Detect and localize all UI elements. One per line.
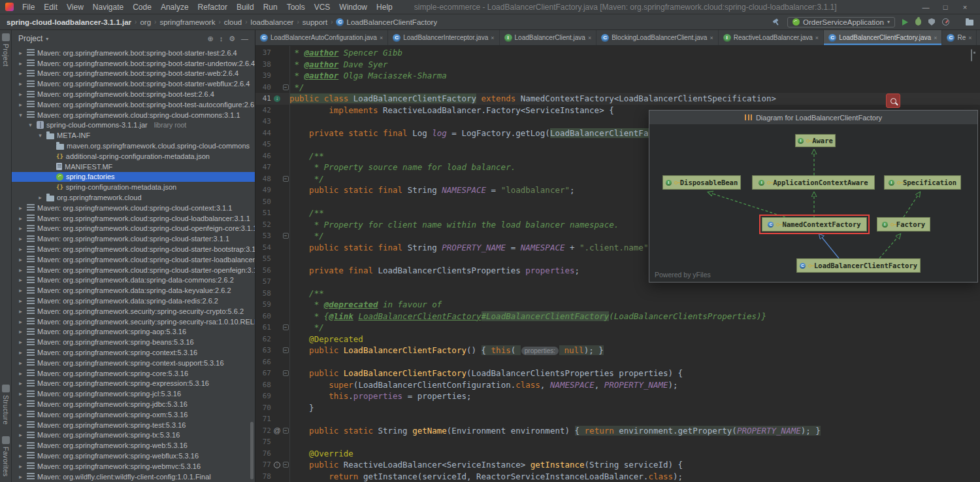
close-icon[interactable]: × <box>968 35 972 41</box>
implementations-gutter-icon[interactable]: ↓ <box>272 93 282 105</box>
fold-marker-icon[interactable]: − <box>282 82 289 94</box>
tab-loadbalancerautoconfiguration-java[interactable]: CLoadBalancerAutoConfiguration.java× <box>255 30 388 45</box>
code-line-68[interactable]: 68 super(LoadBalancerClientConfiguration… <box>255 379 980 391</box>
menu-view[interactable]: View <box>62 3 88 12</box>
stripe-button-structure[interactable]: Structure <box>2 385 10 424</box>
menu-build[interactable]: Build <box>232 3 259 12</box>
line-number[interactable]: 75 <box>255 436 272 448</box>
tab-loadbalancerclient-java[interactable]: ILoadBalancerClient.java× <box>500 30 597 45</box>
close-icon[interactable]: × <box>588 35 591 41</box>
tree-item-manifest-mf[interactable]: MANIFEST.MF <box>12 162 255 172</box>
fold-marker-icon[interactable]: − <box>282 459 289 471</box>
line-number[interactable]: 70 <box>255 402 272 414</box>
locate-icon[interactable]: ⊕ <box>207 35 213 43</box>
line-number[interactable]: 50 <box>255 196 272 208</box>
line-number[interactable]: 43 <box>255 116 272 128</box>
line-number[interactable]: 45 <box>255 139 272 150</box>
stripe-button-project[interactable]: Project <box>2 33 10 67</box>
folder-icon[interactable] <box>966 20 973 26</box>
line-number[interactable]: 54 <box>255 242 272 254</box>
line-number[interactable]: 69 <box>255 390 272 402</box>
tree-item-maven-org-springframework-spring-jdbc-5-[interactable]: ▸Maven: org.springframework:spring-jdbc:… <box>12 399 255 409</box>
line-number[interactable]: 46 <box>255 150 272 162</box>
tab-loadbalancerinterceptor-java[interactable]: CLoadBalancerInterceptor.java× <box>388 30 499 45</box>
code-line-76[interactable]: 76 @Override <box>255 448 980 460</box>
line-number[interactable]: 37 <box>255 47 272 59</box>
search-icon[interactable] <box>886 94 900 108</box>
diagram-node-loadbalancerclientfactory[interactable]: CLoadBalancerClientFactory <box>796 258 921 273</box>
code-line-63[interactable]: 63− public LoadBalancerClientFactory() {… <box>255 345 980 356</box>
tree-item-maven-org-springframework-spring-test-5-[interactable]: ▸Maven: org.springframework:spring-test:… <box>12 420 255 430</box>
fold-marker-icon[interactable]: − <box>282 230 289 242</box>
code-line-69[interactable]: 69 this.properties = properties; <box>255 390 980 402</box>
tree-item-maven-org-springframework-spring-web-5-3[interactable]: ▸Maven: org.springframework:spring-web:5… <box>12 440 255 451</box>
tree-item-maven-org-springframework-spring-beans-5[interactable]: ▸Maven: org.springframework:spring-beans… <box>12 337 255 347</box>
code-line-37[interactable]: 37 * @author Spencer Gibb <box>255 47 980 59</box>
tree-item-maven-org-springframework-security-sprin[interactable]: ▸Maven: org.springframework.security:spr… <box>12 306 255 317</box>
code-line-75[interactable]: 75 <box>255 436 980 448</box>
line-number[interactable]: 53 <box>255 230 272 242</box>
diagram-canvas[interactable]: Powered by yFiles IAwareIDisposableBeanI… <box>649 125 977 282</box>
code-line-70[interactable]: 70 } <box>255 402 980 414</box>
settings-icon[interactable]: ⚙ <box>229 35 235 43</box>
chevron-down-icon[interactable]: ▾ <box>46 36 48 42</box>
breadcrumb-spring-cloud-loadbalancer-3-1-1-jar[interactable]: spring-cloud-loadbalancer-3.1.1.jar <box>7 18 131 26</box>
close-icon[interactable]: × <box>934 35 937 41</box>
tree-item-maven-org-springframework-boot-spring-bo[interactable]: ▸Maven: org.springframework.boot:spring-… <box>12 99 255 110</box>
code-line-72[interactable]: 72@− public static String getName(Enviro… <box>255 425 980 437</box>
menu-window[interactable]: Window <box>335 3 372 12</box>
fold-marker-icon[interactable]: − <box>282 322 289 334</box>
close-icon[interactable]: × <box>380 35 383 41</box>
line-number[interactable]: 63 <box>255 345 272 356</box>
code-line-78[interactable]: 78 return getInstance(serviceId, Reactor… <box>255 471 980 482</box>
build-hammer-icon[interactable] <box>772 18 780 26</box>
menu-file[interactable]: File <box>18 3 39 12</box>
line-number[interactable]: 60 <box>255 311 272 322</box>
tree-item-maven-org-springframework-boot-spring-bo[interactable]: ▸Maven: org.springframework.boot:spring-… <box>12 58 255 69</box>
tree-item-maven-org-springframework-spring-jcl-5-3[interactable]: ▸Maven: org.springframework:spring-jcl:5… <box>12 388 255 399</box>
tree-item-meta-inf[interactable]: ▾META-INF <box>12 130 255 141</box>
code-line-39[interactable]: 39 * @author Olga Maciaszek-Sharma <box>255 70 980 82</box>
tree-item-maven-org-springframework-cloud-spring-c[interactable]: ▸Maven: org.springframework.cloud:spring… <box>12 213 255 224</box>
line-number[interactable]: 62 <box>255 334 272 345</box>
line-number[interactable]: 38 <box>255 59 272 71</box>
diagram-node-namedcontextfactory[interactable]: CNamedContextFactory <box>762 217 867 232</box>
line-number[interactable]: 67 <box>255 368 272 379</box>
line-number[interactable]: 41 <box>255 93 272 105</box>
line-number[interactable]: 68 <box>255 379 272 391</box>
tree-item-maven-org-springframework-cloud-spring-c[interactable]: ▸Maven: org.springframework.cloud:spring… <box>12 203 255 213</box>
tree-item-maven-org-springframework-spring-oxm-5-3[interactable]: ▸Maven: org.springframework:spring-oxm:5… <box>12 409 255 420</box>
run-configuration-selector[interactable]: OrderServiceApplication▾ <box>787 17 895 27</box>
run-icon[interactable] <box>902 19 908 26</box>
tree-item-maven-org-springframework-spring-express[interactable]: ▸Maven: org.springframework:spring-expre… <box>12 379 255 389</box>
diagram-node-disposablebean[interactable]: IDisposableBean <box>662 175 741 190</box>
annotation-gutter-icon[interactable]: @ <box>272 425 282 437</box>
tab-re[interactable]: CRe× <box>942 30 977 45</box>
code-line-77[interactable]: 77↑− public ReactiveLoadBalancer<Service… <box>255 459 980 471</box>
hide-panel-icon[interactable]: — <box>241 35 248 43</box>
breadcrumb-support[interactable]: support <box>302 18 327 26</box>
collapse-all-icon[interactable]: ↕ <box>220 35 223 43</box>
line-number[interactable]: 48 <box>255 173 272 185</box>
tree-item-maven-org-springframework-data-spring-da[interactable]: ▸Maven: org.springframework.data:spring-… <box>12 275 255 286</box>
code-line-38[interactable]: 38 * @author Dave Syer <box>255 59 980 71</box>
code-line-67[interactable]: 67− public LoadBalancerClientFactory(Loa… <box>255 368 980 379</box>
override-gutter-icon[interactable]: ↑ <box>272 459 282 471</box>
breadcrumb-springframework[interactable]: springframework <box>159 18 215 26</box>
tree-item-org-springframework-cloud[interactable]: ▸org.springframework.cloud <box>12 192 255 203</box>
code-line-62[interactable]: 62 @Deprecated <box>255 334 980 345</box>
fold-marker-icon[interactable]: − <box>282 345 289 356</box>
tree-item-maven-org-springframework-boot-spring-bo[interactable]: ▸Maven: org.springframework.boot:spring-… <box>12 69 255 79</box>
breadcrumb-loadbalancer[interactable]: loadbalancer <box>251 18 294 26</box>
tree-item-maven-org-springframework-security-sprin[interactable]: ▸Maven: org.springframework.security:spr… <box>12 317 255 327</box>
tree-item-maven-org-springframework-data-spring-da[interactable]: ▸Maven: org.springframework.data:spring-… <box>12 285 255 296</box>
tree-item-maven-org-springframework-cloud-spring-c[interactable]: maven.org.springframework.cloud.spring-c… <box>12 141 255 151</box>
tree-item-spring-cloud-commons-3-1-1-jar[interactable]: ▾spring-cloud-commons-3.1.1.jarlibrary r… <box>12 120 255 131</box>
breadcrumb-loadbalancerclientfactory[interactable]: CLoadBalancerClientFactory <box>336 18 437 26</box>
code-line-66[interactable]: 66 <box>255 356 980 368</box>
stripe-button-favorites[interactable]: Favorites <box>2 436 10 477</box>
code-line-60[interactable]: 60 * {@link LoadBalancerClientFactory#Lo… <box>255 311 980 322</box>
close-icon[interactable]: × <box>710 35 713 41</box>
line-number[interactable]: 77 <box>255 459 272 471</box>
tree-item-spring-configuration-metadata-json[interactable]: {}spring-configuration-metadata.json <box>12 182 255 192</box>
